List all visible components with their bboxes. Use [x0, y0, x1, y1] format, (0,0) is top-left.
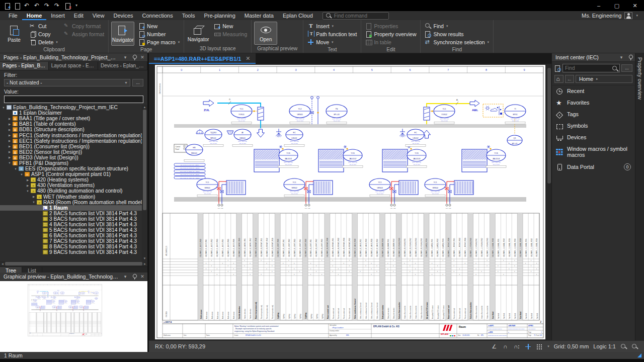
tree-item[interactable]: ▶BED2 (Sensor list (Design)) [0, 149, 142, 155]
insert-center-search[interactable] [562, 64, 620, 72]
collapse-icon[interactable]: ▼ [1, 106, 6, 109]
ribbon-synchronize-selection-button[interactable]: Synchronize selection▾ [423, 38, 491, 46]
instrument-symbol[interactable]: Q1EP+01 [95, 298, 98, 300]
grid-toggle-icon[interactable] [536, 343, 542, 350]
collapse-icon[interactable]: ▼ [25, 190, 30, 193]
tab-close-icon[interactable]: ✕ [246, 55, 250, 62]
menu-tools[interactable]: Tools [178, 11, 200, 20]
ribbon-property-overview-button[interactable]: Property overview [364, 30, 418, 38]
ribbon-show-results-button[interactable]: Show results [423, 30, 491, 38]
ribbon-paste-button[interactable]: Paste [3, 22, 26, 46]
insert-item-recent[interactable]: Recent [552, 85, 635, 97]
scroll-right-icon[interactable]: ► [143, 261, 146, 266]
tree-item[interactable]: 6 BACS function list VDI 3814 Part 4.3 [0, 233, 142, 238]
home-button[interactable] [554, 75, 564, 83]
snap-points-icon[interactable] [514, 343, 520, 350]
panel-menu-icon[interactable]: ▾ [122, 55, 128, 60]
tree-item[interactable]: ▼480 (Building automation and control) [0, 188, 142, 194]
maximize-button[interactable]: ▢ [608, 0, 626, 11]
expand-icon[interactable]: ▶ [7, 128, 12, 131]
menu-devices[interactable]: Devices [109, 11, 137, 20]
scroll-left-icon[interactable]: ◄ [1, 261, 4, 266]
expand-icon[interactable]: ▶ [25, 178, 30, 182]
insert-item-symbols[interactable]: Symbols [552, 120, 635, 132]
menu-edit[interactable]: Edit [69, 11, 88, 20]
breadcrumb[interactable]: Home ▸ [576, 75, 632, 83]
tree-item[interactable]: 1 Eplan Disclaimer [0, 110, 142, 116]
filter-combo[interactable]: - Not activated - ▼ [4, 79, 130, 86]
close-icon[interactable]: ✕ [139, 274, 145, 279]
tree-item[interactable]: ▼EES (Organization specific location str… [0, 166, 142, 171]
expand-icon[interactable]: ▶ [25, 184, 30, 187]
move-mode-icon[interactable] [525, 343, 531, 350]
angle-snap-icon[interactable] [492, 343, 498, 350]
menu-pre-planning[interactable]: Pre-planning [199, 11, 239, 20]
panel-menu-icon[interactable]: ▾ [618, 55, 624, 60]
scroll-up-icon[interactable]: ▲ [143, 105, 146, 110]
tree-item[interactable]: ▶BED1 (Consumer list (Design)) [0, 144, 142, 149]
insert-item-favorites[interactable]: Favorites [552, 97, 635, 109]
expand-icon[interactable]: ▶ [7, 156, 12, 159]
grid-caret-icon[interactable]: ▾ [547, 344, 549, 348]
tree-vertical-scrollbar[interactable]: ▲ ▼ [142, 105, 147, 261]
scroll-thumb[interactable] [143, 110, 146, 210]
tree-horizontal-scrollbar[interactable]: ◄ ► [0, 261, 147, 266]
pin-icon[interactable] [131, 274, 137, 280]
tree-item[interactable]: ▶BAA1 (Title page / cover sheet) [0, 116, 142, 121]
ribbon-copy-button[interactable]: Copy [28, 30, 59, 38]
resize-grip-icon[interactable] [637, 353, 641, 357]
ribbon-number-button[interactable]: Number [137, 30, 181, 38]
ribbon-path-function-text-button[interactable]: Path function text [306, 30, 358, 38]
ribbon-delete-button[interactable]: Delete▾ [28, 38, 59, 46]
expand-icon[interactable]: ▶ [31, 195, 36, 198]
scroll-down-icon[interactable]: ▼ [143, 256, 146, 261]
back-button[interactable] [565, 75, 574, 83]
tree-item[interactable]: ▼ASP1 (Control equipment plant 01) [0, 171, 142, 177]
document-tab[interactable]: ==ASP1=480.RAR++EES&PFB1/1✕ [149, 53, 256, 64]
zoom-window-icon[interactable] [620, 343, 627, 350]
panel-menu-icon[interactable]: ▾ [122, 274, 128, 279]
ribbon-navigator-button[interactable]: Navigator [187, 22, 210, 45]
collapse-icon[interactable]: ▼ [13, 167, 18, 170]
scroll-thumb[interactable] [547, 68, 551, 184]
tree-item[interactable]: ▶430 (Ventilation systems) [0, 183, 142, 188]
ribbon-move-button[interactable]: Move▾ [306, 38, 358, 46]
value-input[interactable] [4, 96, 143, 103]
menu-insert[interactable]: Insert [46, 11, 69, 20]
preview-thumbnail[interactable]: 0123456789GA Kamintran2ZULZLABLAL480_RAR… [28, 284, 102, 336]
user-avatar[interactable] [624, 12, 632, 19]
close-icon[interactable]: ✕ [139, 55, 145, 60]
tree-item[interactable]: ▶EEC1 (Safety instructions / Implementat… [0, 138, 142, 144]
tree-item[interactable]: ▶WET (Weather station) [0, 194, 142, 200]
tree-item[interactable]: ▼PFB1 (P&I Diagrams) [0, 160, 142, 166]
menu-master-data[interactable]: Master data [240, 11, 278, 20]
collapse-icon[interactable]: ▼ [31, 201, 36, 204]
ribbon-cut-button[interactable]: Cut [28, 22, 59, 30]
object-snap-icon[interactable] [503, 343, 509, 350]
canvas-vertical-scrollbar[interactable] [547, 64, 551, 340]
pin-icon[interactable] [627, 54, 633, 61]
expand-icon[interactable]: ▶ [7, 139, 12, 142]
ribbon-new-button[interactable]: New [212, 22, 249, 30]
instrument-symbol[interactable]: Q1EP+01 [507, 135, 522, 145]
tree-item[interactable]: 8 BACS function list VDI 3814 Part 4.3 [0, 244, 142, 249]
menu-file[interactable]: File [4, 11, 22, 20]
insert-item-devices[interactable]: Devices [552, 132, 635, 143]
pin-icon[interactable] [131, 54, 137, 61]
ribbon-find-button[interactable]: Find▾ [423, 22, 491, 30]
tree-item[interactable]: ▶PEC1 (Safety instructions / Implementat… [0, 132, 142, 138]
tree-item[interactable]: ▶BAB1 (Table of contents) [0, 121, 142, 127]
panel-tab-1[interactable]: Layout space - Eplan_Bu... [49, 62, 98, 70]
ribbon-page-macro-button[interactable]: Page macro▾ [137, 38, 181, 46]
expand-icon[interactable]: ▶ [7, 123, 12, 126]
tree-item[interactable]: 7 BACS function list VDI 3814 Part 4.3 [0, 238, 142, 244]
find-command-box[interactable] [323, 12, 389, 20]
tree-item[interactable]: ▶420 (Heating systems) [0, 177, 142, 183]
panel-tab-0[interactable]: Pages - Eplan_Building_... [0, 62, 49, 70]
panel-tab-2[interactable]: Devices - Eplan_Building... [98, 62, 147, 70]
menu-eplan-cloud[interactable]: Eplan Cloud [278, 11, 317, 20]
tree-item[interactable]: 4 BACS function list VDI 3814 Part 4.3 [0, 222, 142, 227]
tree-item[interactable]: 3 BACS function list VDI 3814 Part 4.3 [0, 216, 142, 222]
ribbon-insert-button[interactable]: Insert▾ [306, 22, 358, 30]
find-in-results-icon[interactable] [554, 65, 561, 71]
